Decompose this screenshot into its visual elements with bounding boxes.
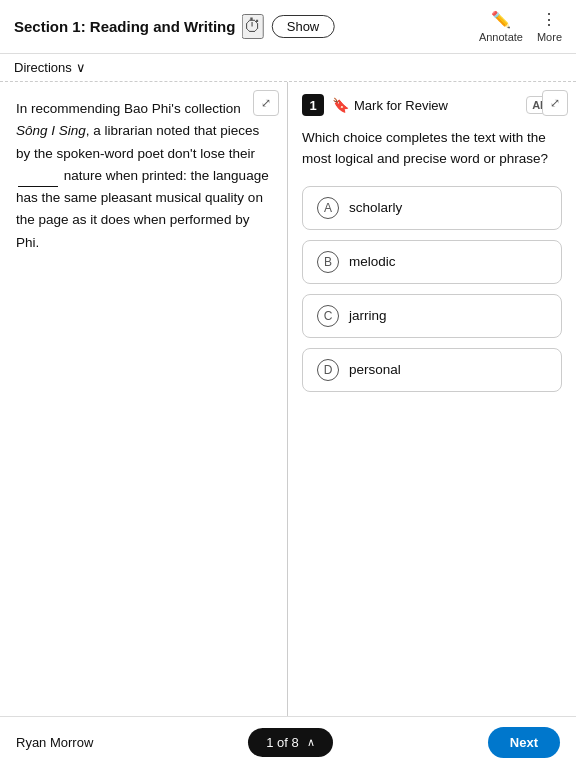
choice-d-text: personal	[349, 362, 401, 377]
question-text: Which choice completes the text with the…	[302, 128, 562, 170]
student-name: Ryan Morrow	[16, 735, 93, 750]
bookmark-icon: 🔖	[332, 97, 349, 113]
choice-d-letter: D	[317, 359, 339, 381]
choice-a-letter: A	[317, 197, 339, 219]
header-center-controls: ⏱ Show	[242, 14, 335, 39]
choice-c-text: jarring	[349, 308, 387, 323]
blank-placeholder	[18, 186, 58, 187]
mark-for-review-button[interactable]: 🔖 Mark for Review	[332, 97, 448, 113]
directions-button[interactable]: Directions ∨	[14, 60, 86, 75]
choice-a[interactable]: A scholarly	[302, 186, 562, 230]
left-panel: ⤢ In recommending Bao Phi's collection S…	[0, 82, 288, 716]
annotate-button[interactable]: ✏️ Annotate	[479, 10, 523, 43]
question-header: 1 🔖 Mark for Review ABC	[302, 94, 562, 116]
more-label: More	[537, 31, 562, 43]
expand-right-icon: ⤢	[550, 96, 560, 110]
directions-bar: Directions ∨	[0, 54, 576, 82]
page-indicator-button[interactable]: 1 of 8 ∧	[248, 728, 333, 757]
directions-label: Directions	[14, 60, 72, 75]
directions-chevron: ∨	[76, 60, 86, 75]
choice-a-text: scholarly	[349, 200, 402, 215]
chevron-up-icon: ∧	[307, 736, 315, 749]
main-content: ⤢ In recommending Bao Phi's collection S…	[0, 82, 576, 716]
header: Section 1: Reading and Writing ⏱ Show ✏️…	[0, 0, 576, 54]
next-button[interactable]: Next	[488, 727, 560, 758]
show-button[interactable]: Show	[272, 15, 335, 38]
timer-button[interactable]: ⏱	[242, 14, 264, 39]
annotate-icon: ✏️	[491, 10, 511, 29]
choice-c-letter: C	[317, 305, 339, 327]
more-icon: ⋮	[541, 10, 557, 29]
question-number: 1	[302, 94, 324, 116]
footer: Ryan Morrow 1 of 8 ∧ Next	[0, 716, 576, 768]
header-actions: ✏️ Annotate ⋮ More	[479, 10, 562, 43]
choice-b-text: melodic	[349, 254, 396, 269]
expand-right-button[interactable]: ⤢	[542, 90, 568, 116]
choice-c[interactable]: C jarring	[302, 294, 562, 338]
passage-text: In recommending Bao Phi's collection Sôn…	[16, 98, 271, 254]
expand-left-icon: ⤢	[261, 96, 271, 110]
annotate-label: Annotate	[479, 31, 523, 43]
choice-b[interactable]: B melodic	[302, 240, 562, 284]
right-panel: ⤢ 1 🔖 Mark for Review ABC Which choice c…	[288, 82, 576, 716]
more-button[interactable]: ⋮ More	[537, 10, 562, 43]
page-indicator-text: 1 of 8	[266, 735, 299, 750]
book-title: Sông I Sing	[16, 123, 86, 138]
mark-review-label: Mark for Review	[354, 98, 448, 113]
answer-choices: A scholarly B melodic C jarring D person…	[302, 186, 562, 392]
expand-left-button[interactable]: ⤢	[253, 90, 279, 116]
choice-b-letter: B	[317, 251, 339, 273]
choice-d[interactable]: D personal	[302, 348, 562, 392]
